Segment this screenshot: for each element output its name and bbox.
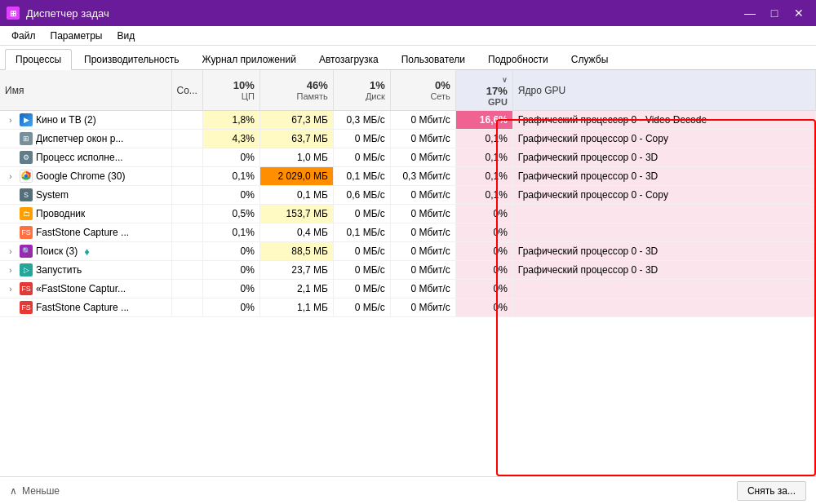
table-row[interactable]: ›⊞Диспетчер окон р...4,3%63,7 МБ0 МБ/с0 … [0,130,816,148]
table-row[interactable]: ›⚙Процесс исполне...0%1,0 МБ0 МБ/с0 Мбит… [0,148,816,167]
tab-processes[interactable]: Процессы [5,49,72,70]
table-row[interactable]: ›FSFastStone Capture ...0%1,1 МБ0 МБ/с0 … [0,298,816,317]
svg-point-4 [25,175,28,178]
table-row[interactable]: ›▷Запустить0%23,7 МБ0 МБ/с0 Мбит/с0%Граф… [0,261,816,280]
menu-file[interactable]: Файл [5,29,42,43]
process-network-cell: 0 Мбит/с [390,242,455,261]
table-row[interactable]: ›🗀Проводник0,5%153,7 МБ0 МБ/с0 Мбит/с0% [0,205,816,223]
minimize-button[interactable]: — [739,4,761,22]
col-header-memory[interactable]: 46% Память [259,70,333,111]
process-gpu-cell: 0% [455,298,512,317]
process-status-cell [171,130,202,148]
process-network-cell: 0,3 Мбит/с [390,167,455,186]
table-row[interactable]: ›FSFastStone Capture ...0,1%0,4 МБ0,1 МБ… [0,223,816,242]
process-icon: ▷ [20,263,33,276]
process-cpu-cell: 0% [202,186,259,205]
process-network-cell: 0 Мбит/с [390,205,455,223]
tab-users[interactable]: Пользователи [391,48,476,69]
process-name-text: FastStone Capture ... [36,302,129,313]
process-disk-cell: 0,6 МБ/с [333,186,390,205]
footer-less-button[interactable]: ∧ Меньше [10,485,60,497]
col-header-gpu[interactable]: ∨ 17% GPU [455,70,512,111]
action-button[interactable]: Снять за... [737,481,806,501]
process-table-scroll[interactable]: Имя Со... 10% ЦП 46% Память 1% Диск [0,70,816,476]
title-bar: ⊞ Диспетчер задач — □ ✕ [0,0,816,26]
window-title: Диспетчер задач [26,7,109,20]
tabs-bar: Процессы Производительность Журнал прило… [0,46,816,70]
process-gpu-engine-cell [512,280,815,298]
process-gpu-cell: 0,1% [455,148,512,167]
process-name-text: «FastStone Captur... [36,283,126,294]
tab-startup[interactable]: Автозагрузка [308,48,389,69]
process-name-cell: ›⊞Диспетчер окон р... [0,130,171,148]
menu-parameters[interactable]: Параметры [44,29,109,43]
process-icon: FS [20,301,33,314]
process-disk-cell: 0 МБ/с [333,261,390,280]
pin-icon: ♦ [84,245,90,258]
process-disk-cell: 0,3 МБ/с [333,111,390,130]
process-network-cell: 0 Мбит/с [390,298,455,317]
process-name-cell: ›▷Запустить [0,261,171,280]
process-status-cell [171,167,202,186]
process-cpu-cell: 4,3% [202,130,259,148]
process-gpu-cell: 0% [455,223,512,242]
col-header-disk[interactable]: 1% Диск [333,70,390,111]
process-name-cell: ›▶Кино и ТВ (2) [0,111,171,130]
process-cpu-cell: 0% [202,148,259,167]
close-button[interactable]: ✕ [788,4,809,22]
process-network-cell: 0 Мбит/с [390,261,455,280]
menu-bar: Файл Параметры Вид [0,26,816,46]
expand-button[interactable]: › [5,116,16,125]
col-header-gpu-engine[interactable]: Ядро GPU [512,70,815,111]
process-memory-cell: 0,4 МБ [259,223,333,242]
table-row[interactable]: ›FS«FastStone Captur...0%2,1 МБ0 МБ/с0 М… [0,280,816,298]
menu-view[interactable]: Вид [110,29,141,43]
tab-services[interactable]: Службы [561,48,619,69]
tab-performance[interactable]: Производительность [73,48,189,69]
process-cpu-cell: 0,1% [202,223,259,242]
col-header-network[interactable]: 0% Сеть [390,70,455,111]
process-status-cell [171,261,202,280]
process-memory-cell: 153,7 МБ [259,205,333,223]
footer-less-label: Меньше [22,485,60,497]
main-content: Имя Со... 10% ЦП 46% Память 1% Диск [0,70,816,476]
process-status-cell [171,280,202,298]
process-icon: FS [20,282,33,295]
process-network-cell: 0 Мбит/с [390,186,455,205]
process-status-cell [171,242,202,261]
expand-button[interactable]: › [5,172,16,181]
table-row[interactable]: ›▶Кино и ТВ (2)1,8%67,3 МБ0,3 МБ/с0 Мбит… [0,111,816,130]
expand-button[interactable]: › [5,247,16,256]
footer: ∧ Меньше Снять за... [0,476,816,504]
expand-button[interactable]: › [5,285,16,294]
process-status-cell [171,148,202,167]
process-name-cell: ›SSystem [0,186,171,205]
process-memory-cell: 88,5 МБ [259,242,333,261]
process-cpu-cell: 0,5% [202,205,259,223]
col-header-name[interactable]: Имя [0,70,171,111]
process-icon: ⊞ [20,132,33,145]
process-gpu-engine-cell: Графический процессор 0 - Copy [512,186,815,205]
col-header-status[interactable]: Со... [171,70,202,111]
table-row[interactable]: ›🔍Поиск (3)♦0%88,5 МБ0 МБ/с0 Мбит/с0%Гра… [0,242,816,261]
table-row[interactable]: › Google Chrome (30)0,1%2 029,0 МБ0,1 МБ… [0,167,816,186]
expand-button[interactable]: › [5,266,16,275]
process-disk-cell: 0 МБ/с [333,242,390,261]
process-memory-cell: 67,3 МБ [259,111,333,130]
process-name-cell: ›FSFastStone Capture ... [0,223,171,242]
window-controls: — □ ✕ [739,4,809,22]
process-status-cell [171,205,202,223]
process-cpu-cell: 0% [202,242,259,261]
process-gpu-cell: 0% [455,261,512,280]
process-disk-cell: 0 МБ/с [333,130,390,148]
table-row[interactable]: ›SSystem0%0,1 МБ0,6 МБ/с0 Мбит/с0,1%Граф… [0,186,816,205]
process-network-cell: 0 Мбит/с [390,111,455,130]
process-network-cell: 0 Мбит/с [390,148,455,167]
tab-details[interactable]: Подробности [477,48,559,69]
process-network-cell: 0 Мбит/с [390,223,455,242]
tab-app-history[interactable]: Журнал приложений [192,48,307,69]
process-name-cell: ›⚙Процесс исполне... [0,148,171,167]
process-gpu-engine-cell [512,205,815,223]
maximize-button[interactable]: □ [764,4,785,22]
col-header-cpu[interactable]: 10% ЦП [202,70,259,111]
